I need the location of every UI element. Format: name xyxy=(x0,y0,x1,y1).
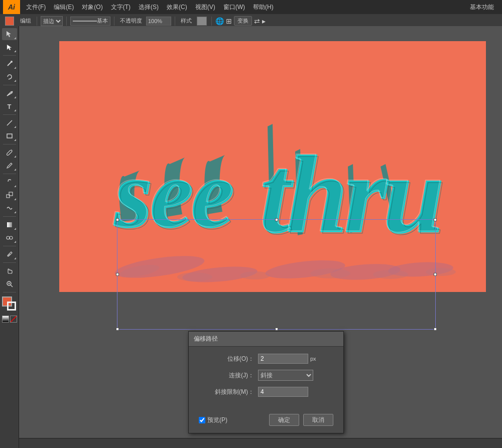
menu-select[interactable]: 选择(S) xyxy=(135,0,163,14)
menu-view[interactable]: 视图(V) xyxy=(191,0,219,14)
app-logo: Ai xyxy=(3,0,20,14)
preview-checkbox-row: 预览(P) xyxy=(199,416,227,424)
color-swatch-area xyxy=(1,296,18,314)
tool-separator-2 xyxy=(3,85,16,85)
status-bar xyxy=(19,438,502,448)
tool-warp[interactable] xyxy=(2,202,17,214)
dialog-footer: 预览(P) 确定 取消 xyxy=(189,410,343,433)
ok-button[interactable]: 确定 xyxy=(269,414,299,426)
toolbar-style-select[interactable]: 描边 xyxy=(41,16,63,26)
toolbar-separator-2 xyxy=(66,17,67,26)
join-label: 连接(J)： xyxy=(199,371,254,380)
miter-label: 斜接限制(M)： xyxy=(199,388,254,396)
tool-line[interactable] xyxy=(2,117,17,129)
offset-row: 位移(O)： px xyxy=(199,354,333,364)
svg-point-28 xyxy=(373,270,408,279)
grid-icon[interactable]: ⊞ xyxy=(226,17,232,25)
miter-input[interactable] xyxy=(258,387,308,397)
canvas-svg: see see thru thru see thru see thru xyxy=(59,41,486,292)
color-mode-buttons xyxy=(2,316,17,323)
menu-text[interactable]: 文字(T) xyxy=(107,0,135,14)
opacity-input[interactable] xyxy=(146,17,171,26)
svg-marker-1 xyxy=(7,45,12,50)
svg-line-15 xyxy=(11,285,13,287)
tool-separator-3 xyxy=(3,114,16,115)
tool-rotate[interactable] xyxy=(2,176,17,188)
offset-path-dialog: 偏移路径 位移(O)： px 连接(J)： 斜接 圆角 斜角 斜接限制(M)： … xyxy=(188,331,344,433)
svg-point-26 xyxy=(240,271,270,279)
transform-button[interactable]: 变换 xyxy=(234,16,252,26)
svg-line-5 xyxy=(7,120,12,125)
toolbar-icons: 🌐 ⊞ 变换 ⇄ ▸ xyxy=(215,16,266,26)
offset-input[interactable] xyxy=(258,354,308,364)
menu-edit[interactable]: 编辑(E) xyxy=(50,0,78,14)
tool-separator-8 xyxy=(3,262,16,263)
stroke-line xyxy=(73,21,97,22)
tool-lasso[interactable] xyxy=(2,71,17,83)
dialog-body: 位移(O)： px 连接(J)： 斜接 圆角 斜角 斜接限制(M)： xyxy=(189,347,343,410)
menu-help[interactable]: 帮助(H) xyxy=(249,0,278,14)
tool-separator-9 xyxy=(3,292,16,292)
cancel-button[interactable]: 取消 xyxy=(303,414,333,426)
dialog-title-bar[interactable]: 偏移路径 xyxy=(189,332,343,347)
svg-line-18 xyxy=(11,316,17,322)
tool-select[interactable] xyxy=(2,28,17,40)
tool-zoom[interactable] xyxy=(2,278,17,290)
join-select[interactable]: 斜接 圆角 斜角 xyxy=(258,370,313,381)
toolbar-group-label: 编组 xyxy=(18,16,33,27)
tool-separator-1 xyxy=(3,55,16,56)
tool-magic-wand[interactable] xyxy=(2,58,17,70)
tool-paintbrush[interactable] xyxy=(2,146,17,159)
tool-direct-select[interactable] xyxy=(2,41,17,53)
opacity-label: 不透明度 xyxy=(118,16,144,27)
stroke-preview: 基本 xyxy=(70,17,110,26)
menu-file[interactable]: 文件(F) xyxy=(22,0,50,14)
toolbar-separator-3 xyxy=(114,17,114,26)
fill-color-swatch[interactable] xyxy=(5,17,14,26)
tool-blend[interactable] xyxy=(2,232,17,244)
style-swatch[interactable] xyxy=(197,17,207,26)
tool-pencil[interactable] xyxy=(2,160,17,172)
menu-effect[interactable]: 效果(C) xyxy=(163,0,191,14)
svg-point-3 xyxy=(11,61,13,63)
flip-icon[interactable]: ⇄ xyxy=(254,17,260,25)
svg-rect-10 xyxy=(7,222,12,227)
menu-bar: Ai 文件(F) 编辑(E) 对象(O) 文字(T) 选择(S) 效果(C) 视… xyxy=(0,0,502,14)
miter-row: 斜接限制(M)： xyxy=(199,387,333,397)
svg-point-27 xyxy=(310,268,350,278)
tool-eyedropper[interactable] xyxy=(2,248,17,260)
tool-rect[interactable] xyxy=(2,130,17,142)
toolbar-separator-1 xyxy=(37,17,37,26)
stroke-label: 基本 xyxy=(97,17,108,25)
tool-hand[interactable] xyxy=(2,265,17,277)
menu-window[interactable]: 窗口(W) xyxy=(219,0,249,14)
workspace-label: 基本功能 xyxy=(470,3,499,12)
svg-point-12 xyxy=(10,236,13,239)
toolbar-mode xyxy=(3,16,16,27)
svg-point-29 xyxy=(426,268,456,276)
join-row: 连接(J)： 斜接 圆角 斜角 xyxy=(199,370,333,381)
offset-unit: px xyxy=(310,356,316,362)
svg-text:thru: thru xyxy=(259,132,440,255)
handle-bc[interactable] xyxy=(275,328,278,331)
preview-checkbox[interactable] xyxy=(199,417,205,423)
svg-point-11 xyxy=(7,236,10,239)
offset-label: 位移(O)： xyxy=(199,355,254,363)
globe-icon[interactable]: 🌐 xyxy=(215,17,224,25)
tool-separator-4 xyxy=(3,144,16,144)
gradient-mode-btn[interactable] xyxy=(2,316,9,323)
tool-gradient[interactable] xyxy=(2,219,17,231)
tool-pen[interactable] xyxy=(2,87,17,99)
menu-object[interactable]: 对象(O) xyxy=(78,0,106,14)
stroke-swatch[interactable] xyxy=(7,302,16,311)
dialog-action-buttons: 确定 取消 xyxy=(269,414,333,426)
more-icon[interactable]: ▸ xyxy=(262,17,266,25)
tool-type[interactable]: T xyxy=(2,100,17,112)
tool-separator-7 xyxy=(3,246,16,246)
tool-scale[interactable] xyxy=(2,189,17,201)
svg-text:see: see xyxy=(112,138,231,247)
handle-bl[interactable] xyxy=(116,328,119,331)
svg-rect-6 xyxy=(7,134,12,138)
handle-br[interactable] xyxy=(434,328,437,331)
none-mode-btn[interactable] xyxy=(10,316,17,323)
